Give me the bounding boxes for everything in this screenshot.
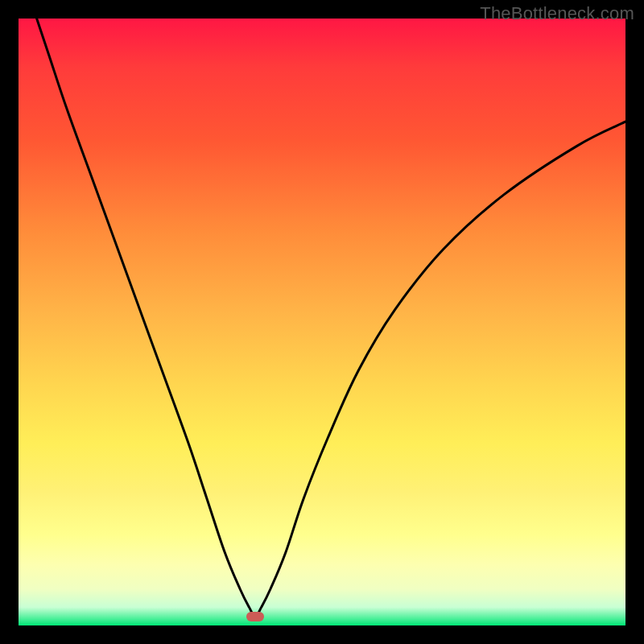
bottleneck-curve <box>19 19 625 625</box>
watermark-text: TheBottleneck.com <box>480 3 634 24</box>
minimum-marker <box>246 612 264 621</box>
chart-plot-area <box>19 19 625 625</box>
